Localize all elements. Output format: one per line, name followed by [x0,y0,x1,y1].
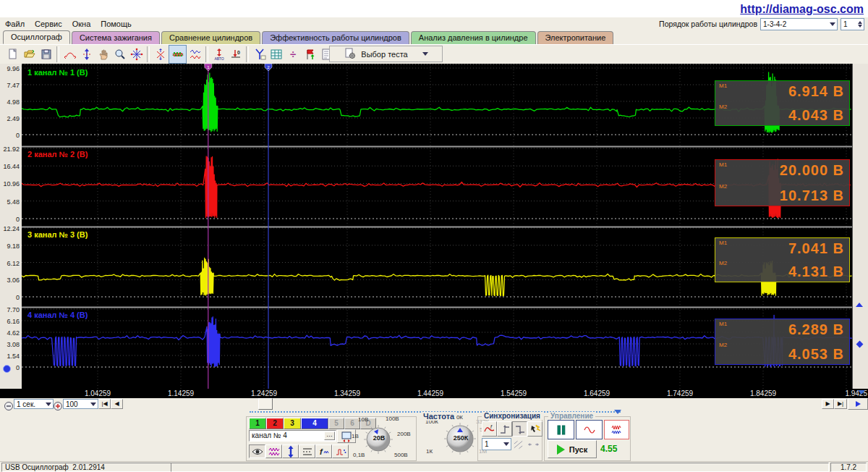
chevron-down-icon [503,442,509,446]
axis-tick-label: 7.70 [0,306,20,313]
sync-edge-fall-button[interactable] [512,421,527,437]
channel-name-browse-button[interactable]: … [324,431,335,440]
toolbar-divide-button[interactable]: ÷ [284,46,301,63]
spinner-arrows-icon[interactable] [858,21,862,28]
zoom-factor-select[interactable]: 100 [63,399,98,409]
go-end-button[interactable]: ▶| [834,399,847,409]
measure-box-channel-1[interactable]: M16.914 ВM24.043 В [715,80,850,126]
sync-mode-wave-button[interactable]: f [482,421,497,437]
toolbar-auto-level-button[interactable]: АВТО [210,46,227,63]
firing-order-select[interactable]: 1-3-4-2 [760,18,838,30]
toolbar-zero-level-button[interactable]: 0 [227,46,244,63]
chevron-down-icon [830,22,835,26]
toolbar-trigger-filter-button[interactable] [251,46,268,63]
svg-text:0: 0 [237,50,240,55]
axis-tick-label: 9.18 [0,243,20,250]
sync-slope-button[interactable] [512,439,524,450]
sine-mode-button[interactable] [576,420,603,439]
app-window: { "header": { "url": "http://diamag-osc.… [0,0,868,472]
eye-toggle-button[interactable] [249,444,265,458]
pause-button[interactable] [548,420,574,439]
test-select-button[interactable]: Выбор теста [329,46,443,62]
sync-expand-button[interactable] [527,439,540,450]
tab-анализ[interactable]: Анализ давления в цилиндре [411,31,536,44]
toolbar-autoscale-button[interactable] [128,46,145,63]
open-folder-icon [23,48,36,61]
channel-button-5[interactable]: 5 [328,418,344,429]
measure-value-m2: 4.053 В [788,346,844,363]
menu-item-окна[interactable]: Окна [67,18,96,30]
measure-box-channel-4[interactable]: M16.289 ВM24.053 В [715,319,850,365]
marker-label-m2: M2 [719,342,727,348]
axis-tick-label: 16.44 [0,163,20,170]
save-icon [40,48,53,61]
toolbar-pan-hand-button[interactable] [95,46,111,63]
cylinder-count-spinner[interactable]: 1 [841,18,864,30]
scroll-position-marker-icon[interactable] [858,390,865,395]
channel-name-input[interactable]: канал № 4 … [249,430,336,442]
measure-value-m1: 20.000 В [780,162,844,179]
scrollbar-thumb[interactable] [258,398,273,410]
channel4-marker-icon[interactable] [856,303,863,307]
status-app-cell: USB Осциллограф 2.01.2914 [1,463,172,472]
time-tick-label: 1.24259 [241,389,287,397]
time-div-select[interactable]: 1 сек. [14,399,54,409]
channel4-diamond-marker-icon[interactable] [856,341,864,348]
menu-item-помощь[interactable]: Помощь [95,18,137,30]
firing-order-label: Порядок работы цилиндров [659,20,757,28]
axis-tick-label: 3.06 [0,277,20,284]
channel-button-4[interactable]: 4 [301,418,328,429]
test-doc-gear-icon [344,47,357,62]
left-axis-gutter: 9.967.474.982.49021.9216.4410.965.48012.… [0,64,22,389]
levels-toggle-button[interactable] [299,444,315,458]
right-marker-gutter [852,64,868,389]
multi-wave-mode-button[interactable] [604,420,629,439]
tab-эффективность[interactable]: Эффективность работы цилиндров [262,31,409,44]
channel-3-label: 3 канал № 3 (В) [27,230,88,239]
toolbar-flag-marker-button[interactable] [301,46,318,63]
toolbar-save-button[interactable] [38,46,54,63]
tab-сравнение[interactable]: Сравнение цилиндров [161,31,260,44]
axis-tick-label: 0 [0,216,20,223]
play-button[interactable] [848,398,868,410]
toolbar-fit-vertical-button[interactable] [78,46,95,63]
tab-active[interactable]: Осциллограф [3,30,70,44]
channel-button-1[interactable]: 1 [249,418,266,429]
channel4-ground-marker-icon[interactable] [3,365,11,373]
sync-manual-button[interactable] [527,421,542,437]
eye-icon [251,445,264,458]
menu-item-сервис[interactable]: Сервис [30,18,67,30]
channel-button-2[interactable]: 2 [266,418,284,429]
edge-rise-icon [498,423,511,436]
toolbar-waves-overlay-button[interactable] [169,45,187,64]
channel-button-3[interactable]: 3 [284,418,301,429]
toolbar-fit-horizontal-button[interactable] [61,46,78,63]
invert-toggle-button[interactable] [282,444,299,458]
zero-level-icon: 0 [229,48,242,61]
toolbar-open-folder-button[interactable] [21,46,38,63]
measure-box-channel-2[interactable]: M120.000 ВM210.713 В [715,159,850,206]
toolbar-new-doc-button[interactable] [4,46,21,63]
axis-tick-label: 7.47 [0,82,20,89]
pulse-mark-toggle-button[interactable] [332,444,349,458]
step-forward-button[interactable]: ▶ [822,399,834,409]
toolbar-zoom-lens-button[interactable] [111,46,128,63]
flag-marker-icon [303,48,316,61]
site-url-link[interactable]: http://diamag-osc.com [740,3,864,16]
go-start-button[interactable]: |◀ [98,399,111,409]
tab-электропитание[interactable]: Электропитание [537,31,614,44]
measure-box-channel-3[interactable]: M17.041 ВM24.131 В [715,237,850,282]
step-back-button[interactable]: ◀ [111,399,123,409]
toolbar-waves-split-button[interactable] [187,46,203,63]
sync-edge-rise-button[interactable] [497,421,512,437]
menu-item-файл[interactable]: Файл [0,18,30,30]
toolbar-table-button[interactable] [268,46,284,63]
start-button[interactable]: Пуск [548,440,597,458]
grip-marker-icon[interactable] [614,410,621,414]
tab-система[interactable]: Система зажигания [72,31,160,44]
ac-coupling-toggle-button[interactable] [265,444,282,458]
sync-channel-select[interactable]: 1 [482,438,511,450]
axis-tick-label: 9.96 [0,65,20,72]
freq-meter-toggle-button[interactable]: f [315,444,332,458]
toolbar-cursor-cross-button[interactable] [152,46,169,63]
